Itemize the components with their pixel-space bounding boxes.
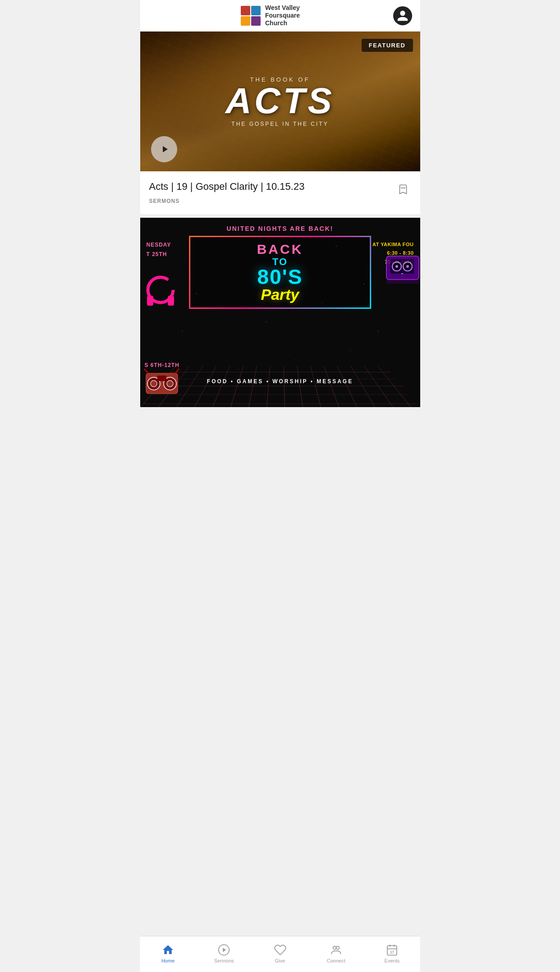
church-name: West Valley Foursquare Church (265, 4, 319, 27)
headphones-icon (142, 274, 179, 310)
play-icon (159, 144, 170, 155)
event-day: NESDAY (147, 240, 171, 250)
event-side-left: NESDAY T 25TH (147, 240, 171, 260)
svg-point-14 (151, 381, 157, 387)
featured-badge: FEATURED (362, 39, 413, 52)
sermon-title: Acts | 19 | Gospel Clarity | 10.15.23 (149, 180, 395, 193)
boombox-icon (144, 367, 180, 398)
bookmark-button[interactable] (395, 181, 411, 197)
svg-rect-3 (168, 296, 174, 306)
event-bottom-bar: FOOD • GAMES • WORSHIP • MESSAGE (140, 378, 420, 385)
svg-rect-17 (157, 376, 166, 381)
featured-banner[interactable]: FEATURED THE BOOK OF ACTS THE GOSPEL IN … (140, 32, 420, 171)
banner-tagline: THE GOSPEL IN THE CITY (154, 121, 406, 127)
banner-title: ACTS (154, 85, 406, 117)
bottom-spacer (140, 407, 420, 443)
svg-line-18 (144, 369, 148, 373)
event-card[interactable]: UNITED NIGHTS ARE BACK! NESDAY T 25TH AT… (140, 218, 420, 407)
cassette-icon (384, 254, 420, 285)
svg-line-19 (175, 369, 179, 373)
logo[interactable]: West Valley Foursquare Church (241, 4, 319, 27)
event-main-back: BACK (195, 243, 365, 256)
headphones-decoration (140, 272, 181, 312)
event-main-box: BACK TO 80'S Party (189, 236, 371, 309)
event-location: AT YAKIMA FOU (372, 240, 413, 249)
sermon-tag: SERMONS (149, 198, 395, 204)
svg-rect-2 (147, 296, 153, 306)
sermon-card[interactable]: Acts | 19 | Gospel Clarity | 10.15.23 SE… (140, 171, 420, 218)
app-header: West Valley Foursquare Church (140, 0, 420, 32)
svg-point-16 (167, 381, 173, 387)
event-main-decade: 80'S (195, 268, 365, 286)
sermon-info: Acts | 19 | Gospel Clarity | 10.15.23 SE… (149, 180, 395, 204)
event-date: T 25TH (147, 250, 171, 260)
svg-point-8 (395, 265, 398, 268)
banner-text: THE BOOK OF ACTS THE GOSPEL IN THE CITY (154, 76, 406, 127)
bookmark-icon (397, 183, 409, 195)
logo-icon (241, 6, 261, 26)
boombox-decoration (144, 367, 180, 398)
user-avatar-button[interactable] (393, 6, 412, 25)
event-top-text: UNITED NIGHTS ARE BACK! (147, 225, 413, 232)
user-icon (396, 9, 409, 22)
event-party: Party (195, 286, 365, 303)
svg-point-9 (406, 265, 409, 268)
play-button[interactable] (151, 136, 177, 162)
svg-rect-11 (386, 280, 419, 284)
cassette-decoration (384, 254, 420, 290)
